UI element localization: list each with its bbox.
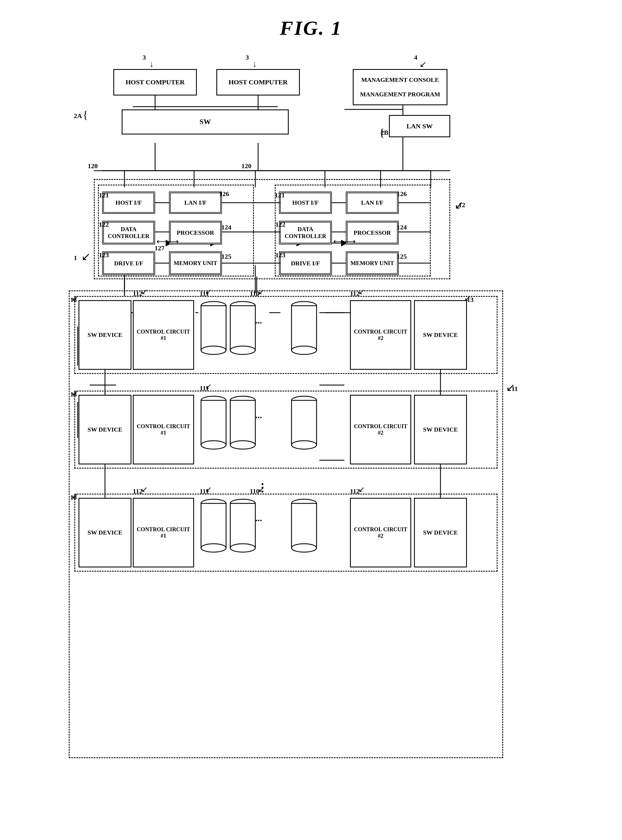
arrow-13-left-row1: ↙ <box>72 293 79 303</box>
label-124-left: 124 <box>221 224 232 231</box>
ellipsis-row3: ... <box>255 513 262 523</box>
arrow-112-right-row1: ↙ <box>358 287 365 296</box>
svg-rect-33 <box>201 306 226 350</box>
arrow-112-right-row3: ↙ <box>358 485 365 494</box>
label-123-left: 123 <box>99 252 109 259</box>
double-arrow-left: ⟵⟶ <box>157 237 179 246</box>
svg-point-52 <box>201 544 226 552</box>
arrow-1: ↙ <box>81 250 91 263</box>
label-3-right: 3 <box>245 54 249 61</box>
svg-point-40 <box>291 346 317 354</box>
lan-if-right: LAN I/F <box>346 192 399 214</box>
label-126-left: 126 <box>219 190 229 198</box>
svg-rect-36 <box>230 306 255 350</box>
brace-2b: { <box>379 126 384 139</box>
host-if-left: HOST I/F <box>102 192 155 214</box>
control-circuit-2-row1: CONTROL CIRCUIT #2 <box>350 300 411 370</box>
lan-sw: LAN SW <box>389 115 450 137</box>
arrow-3-right: ↓ <box>253 59 257 69</box>
label-125-right: 125 <box>397 253 407 260</box>
data-controller-left: DATA CONTROLLER <box>102 221 155 244</box>
cylinder-row3-2 <box>227 498 264 567</box>
label-121-right: 121 <box>275 192 285 199</box>
control-circuit-1-row3: CONTROL CIRCUIT #1 <box>133 498 194 567</box>
sw-device-left-row1: SW DEVICE <box>79 300 131 370</box>
label-122-left: 122 <box>99 221 109 228</box>
svg-rect-54 <box>230 503 255 548</box>
host-if-right: HOST I/F <box>279 192 332 214</box>
arrow-110-row1: ↙ <box>258 287 265 296</box>
sw-box: SW <box>122 110 289 134</box>
arrow-12: ↙ <box>454 198 464 212</box>
arrow-110-row3: ↙ <box>258 485 265 494</box>
arrow-111-row3: ↙ <box>205 485 212 494</box>
control-circuit-1-row1: CONTROL CIRCUIT #1 <box>133 300 194 370</box>
drive-if-left: DRIVE I/F <box>102 252 155 275</box>
control-circuit-2-row2: CONTROL CIRCUIT #2 <box>350 395 411 464</box>
double-arrow-right: ⟵⟶ <box>333 237 355 246</box>
svg-rect-39 <box>291 306 317 350</box>
label-126-right: 126 <box>397 190 407 198</box>
arrow-112-left-row1: ↙ <box>141 287 148 296</box>
arrow-112-left-row3: ↙ <box>141 485 148 494</box>
diagram-container: 3 ↓ 3 ↓ HOST COMPUTER HOST COMPUTER 4 ↙ … <box>46 51 576 831</box>
ellipsis-row1: ... <box>255 316 262 326</box>
cylinder-row1-2 <box>227 300 264 370</box>
label-120-left: 120 <box>88 162 98 170</box>
management-console: MANAGEMENT CONSOLE MANAGEMENT PROGRAM <box>353 69 447 105</box>
brace-2a: { <box>83 110 88 120</box>
svg-point-43 <box>201 441 226 449</box>
cylinder-row1-3 <box>289 300 325 370</box>
label-124-right: 124 <box>397 224 407 231</box>
label-123-right: 123 <box>275 252 285 259</box>
page-title: FIG. 1 <box>0 0 622 51</box>
svg-point-49 <box>291 441 317 449</box>
sw-device-right-row3: SW DEVICE <box>414 498 467 567</box>
svg-point-34 <box>201 346 226 354</box>
arrow-13-right-row1: ↙ <box>464 293 471 303</box>
cylinder-row3-3 <box>289 498 325 567</box>
label-3-left: 3 <box>143 54 146 61</box>
label-121-left: 121 <box>99 192 109 199</box>
svg-rect-42 <box>201 400 226 445</box>
memory-unit-left: MEMORY UNIT <box>169 252 222 275</box>
label-1: 1 <box>74 254 77 262</box>
label-2a: 2A <box>74 112 82 120</box>
svg-point-37 <box>230 346 255 354</box>
svg-rect-51 <box>201 503 226 548</box>
label-120-right: 120 <box>241 162 252 170</box>
arrow-13-left-row2: ↙ <box>72 388 79 398</box>
label-122-right: 122 <box>275 221 285 228</box>
cylinder-row2-3 <box>289 395 325 464</box>
arrow-111-row2: ↙ <box>205 382 212 391</box>
svg-rect-45 <box>230 400 255 445</box>
sw-device-right-row2: SW DEVICE <box>414 395 467 464</box>
label-125-left: 125 <box>221 253 232 260</box>
svg-point-46 <box>230 441 255 449</box>
control-circuit-2-row3: CONTROL CIRCUIT #2 <box>350 498 411 567</box>
arrow-11: ↙ <box>506 381 515 394</box>
svg-point-55 <box>230 544 255 552</box>
drive-if-right: DRIVE I/F <box>279 252 332 275</box>
svg-rect-57 <box>291 503 317 548</box>
control-circuit-1-row2: CONTROL CIRCUIT #1 <box>133 395 194 464</box>
arrow-111-row1: ↙ <box>205 287 212 296</box>
memory-unit-right: MEMORY UNIT <box>346 252 399 275</box>
sw-device-right-row1: SW DEVICE <box>414 300 467 370</box>
sw-device-left-row3: SW DEVICE <box>79 498 131 567</box>
arrow-13-left-row3: ↙ <box>72 491 79 501</box>
svg-rect-48 <box>291 400 317 445</box>
cylinder-row2-2 <box>227 395 264 464</box>
svg-point-58 <box>291 544 317 552</box>
data-controller-right: DATA CONTROLLER <box>279 221 332 244</box>
host-computer-2: HOST COMPUTER <box>216 69 300 96</box>
host-computer-1: HOST COMPUTER <box>113 69 197 96</box>
arrow-4: ↙ <box>419 59 427 69</box>
lan-if-left: LAN I/F <box>169 192 222 214</box>
ellipsis-row2: ... <box>255 410 262 421</box>
arrow-3-left: ↓ <box>149 59 154 69</box>
label-4: 4 <box>414 54 417 61</box>
sw-device-left-row2: SW DEVICE <box>79 395 131 464</box>
